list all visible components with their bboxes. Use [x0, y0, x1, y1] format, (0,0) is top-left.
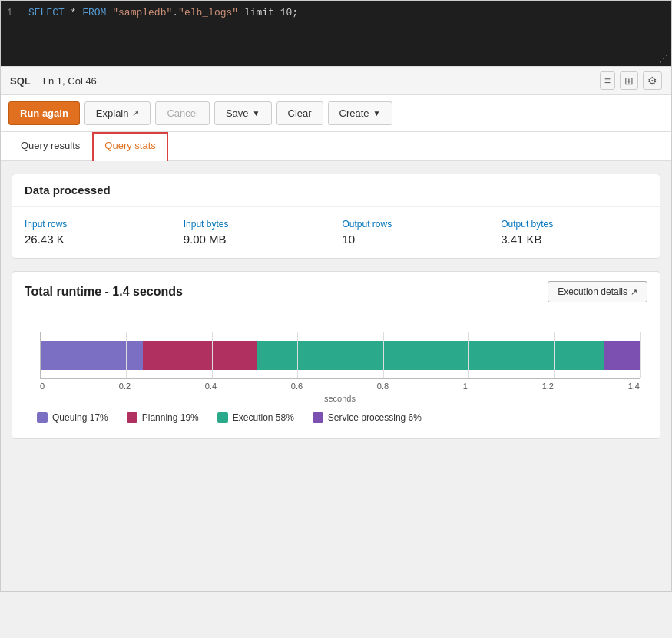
create-button[interactable]: Create ▼: [328, 101, 392, 125]
x-axis-label: seconds: [40, 394, 640, 403]
x-label-7: 1.4: [628, 382, 640, 391]
tab-query-stats-label: Query stats: [104, 140, 155, 151]
runtime-title: Total runtime - 1.4 seconds: [25, 285, 183, 299]
save-caret-icon: ▼: [253, 109, 260, 117]
clear-label: Clear: [288, 107, 312, 119]
data-processed-title: Data processed: [25, 183, 647, 197]
bars-row: [41, 332, 640, 378]
explain-icon: ↗: [132, 108, 139, 118]
runtime-header: Total runtime - 1.4 seconds Execution de…: [12, 272, 660, 312]
run-again-label: Run again: [20, 107, 68, 119]
x-label-6: 1.2: [542, 382, 554, 391]
execution-details-icon: ↗: [631, 287, 637, 297]
stat-input-rows-label: Input rows: [25, 219, 171, 230]
status-bar: SQL Ln 1, Col 46 ≡ ⊞ ⚙: [1, 66, 671, 95]
cancel-label: Cancel: [167, 107, 197, 119]
x-label-1: 0.2: [119, 382, 131, 391]
stat-input-bytes-label: Input bytes: [184, 219, 330, 230]
stat-output-bytes-label: Output bytes: [501, 219, 647, 230]
bar-execution: [257, 341, 604, 370]
data-processed-card: Data processed Input rows 26.43 K Input …: [12, 174, 660, 259]
toolbar: Run again Explain ↗ Cancel Save ▼ Clear …: [1, 95, 671, 132]
legend-label-queuing: Queuing 17%: [52, 412, 108, 423]
x-label-2: 0.4: [205, 382, 217, 391]
x-label-4: 0.8: [377, 382, 389, 391]
sql-code: SELECT * FROM "sampledb"."elb_logs" limi…: [28, 7, 298, 18]
stat-input-bytes-value: 9.00 MB: [184, 233, 330, 246]
sql-editor[interactable]: 1 SELECT * FROM "sampledb"."elb_logs" li…: [1, 1, 671, 66]
resize-handle[interactable]: ⋰: [659, 53, 668, 64]
stat-output-rows-label: Output rows: [343, 219, 489, 230]
legend-color-planning: [127, 412, 137, 423]
grid-line-6: [554, 332, 555, 378]
editor-line-1: 1 SELECT * FROM "sampledb"."elb_logs" li…: [1, 5, 671, 20]
main-container: 1 SELECT * FROM "sampledb"."elb_logs" li…: [0, 0, 672, 592]
create-label: Create: [339, 107, 369, 119]
stat-input-rows: Input rows 26.43 K: [25, 219, 171, 246]
explain-button[interactable]: Explain ↗: [84, 101, 151, 125]
legend-color-execution: [217, 412, 228, 423]
save-label: Save: [226, 107, 249, 119]
stat-input-bytes: Input bytes 9.00 MB: [184, 219, 330, 246]
chart-plot-area: [40, 332, 640, 379]
grid-line-4: [383, 332, 384, 378]
legend-planning: Planning 19%: [127, 412, 199, 423]
format-button[interactable]: ≡: [600, 71, 615, 90]
grid-line-5: [468, 332, 469, 378]
content-area: Data processed Input rows 26.43 K Input …: [1, 161, 671, 591]
grid-line-7: [640, 332, 641, 378]
x-label-3: 0.6: [291, 382, 303, 391]
bar-service-processing: [604, 341, 640, 370]
format-icon: ≡: [604, 74, 611, 87]
legend-label-service-processing: Service processing 6%: [328, 412, 422, 423]
table-button[interactable]: ⊞: [620, 71, 638, 90]
stats-grid: Input rows 26.43 K Input bytes 9.00 MB O…: [25, 219, 647, 246]
tab-query-stats[interactable]: Query stats: [92, 132, 167, 161]
x-label-5: 1: [463, 382, 468, 391]
stat-input-rows-value: 26.43 K: [25, 233, 171, 246]
tab-query-results-label: Query results: [21, 140, 80, 151]
grid-line-3: [297, 332, 298, 378]
grid-line-2: [212, 332, 213, 378]
explain-label: Explain: [96, 107, 129, 119]
sql-label: SQL: [10, 75, 31, 87]
stat-output-bytes-value: 3.41 KB: [501, 233, 647, 246]
status-left: SQL Ln 1, Col 46: [10, 75, 97, 87]
tabs-bar: Query results Query stats: [1, 132, 671, 161]
x-axis-labels: 0 0.2 0.4 0.6 0.8 1 1.2 1.4: [40, 382, 640, 391]
settings-icon: ⚙: [647, 74, 657, 87]
data-processed-header: Data processed: [12, 174, 660, 207]
bar-planning: [143, 341, 257, 370]
line-number: 1: [7, 7, 28, 18]
bar-queuing: [41, 341, 143, 370]
x-label-0: 0: [40, 382, 45, 391]
cancel-button[interactable]: Cancel: [155, 101, 209, 125]
legend-label-execution: Execution 58%: [233, 412, 294, 423]
chart-container: 0 0.2 0.4 0.6 0.8 1 1.2 1.4 seconds: [25, 332, 647, 432]
tab-query-results[interactable]: Query results: [8, 132, 92, 161]
chart-area: 0 0.2 0.4 0.6 0.8 1 1.2 1.4 seconds: [12, 312, 660, 438]
legend-execution: Execution 58%: [217, 412, 294, 423]
grid-line-1: [126, 332, 127, 378]
execution-details-label: Execution details: [558, 286, 627, 297]
status-icons: ≡ ⊞ ⚙: [600, 71, 662, 90]
run-again-button[interactable]: Run again: [8, 101, 80, 125]
cursor-position: Ln 1, Col 46: [43, 75, 97, 87]
clear-button[interactable]: Clear: [276, 101, 323, 125]
execution-details-button[interactable]: Execution details ↗: [548, 281, 647, 302]
save-button[interactable]: Save ▼: [214, 101, 272, 125]
data-processed-body: Input rows 26.43 K Input bytes 9.00 MB O…: [12, 207, 660, 258]
stat-output-bytes: Output bytes 3.41 KB: [501, 219, 647, 246]
legend-color-queuing: [37, 412, 48, 423]
legend-service-processing: Service processing 6%: [313, 412, 422, 423]
legend-label-planning: Planning 19%: [142, 412, 199, 423]
legend-color-service-processing: [313, 412, 323, 423]
stat-output-rows: Output rows 10: [343, 219, 489, 246]
create-caret-icon: ▼: [373, 109, 381, 117]
legend-queuing: Queuing 17%: [37, 412, 108, 423]
table-icon: ⊞: [624, 74, 634, 87]
runtime-card: Total runtime - 1.4 seconds Execution de…: [12, 271, 660, 439]
stat-output-rows-value: 10: [343, 233, 489, 246]
chart-legend: Queuing 17% Planning 19% Execution 58%: [25, 403, 647, 432]
settings-button[interactable]: ⚙: [643, 71, 662, 90]
